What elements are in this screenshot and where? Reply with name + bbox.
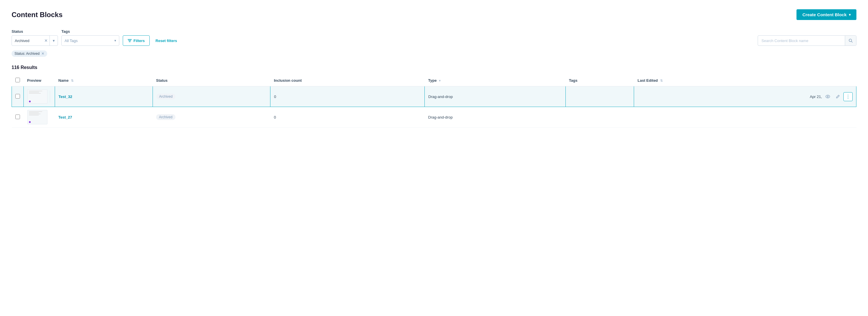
filter-icon-bottom (129, 41, 131, 42)
search-icon (848, 38, 852, 42)
status-select[interactable]: Archived ✕ ▾ (11, 35, 58, 46)
more-icon: ⋮ (846, 94, 850, 99)
tags-filter-label: Tags (61, 29, 119, 34)
type-sort-icon: ▾ (439, 79, 441, 83)
status-dropdown-arrow-icon: ▾ (53, 38, 55, 43)
row2-name-link[interactable]: Test_27 (59, 115, 72, 119)
row1-type: Drag-and-drop (428, 94, 453, 99)
row2-preview-thumbnail (27, 110, 48, 124)
pencil-icon (836, 94, 840, 98)
status-dropdown-button[interactable]: ▾ (50, 36, 58, 46)
row1-preview-button[interactable] (823, 93, 832, 100)
status-select-value: Archived (12, 38, 42, 43)
filters-button-label: Filters (133, 38, 145, 43)
col-type[interactable]: Type ▾ (425, 75, 565, 86)
content-blocks-table: Preview Name ⇅ Status Inclusion count Ty… (11, 75, 857, 127)
col-type-label: Type (428, 78, 437, 83)
last-edited-sort-icon: ⇅ (660, 79, 663, 83)
table-header: Preview Name ⇅ Status Inclusion count Ty… (12, 75, 857, 86)
col-status: Status (153, 75, 271, 86)
col-last-edited-label: Last Edited (638, 78, 658, 83)
row2-checkbox-cell (12, 107, 24, 127)
tags-filter-group: Tags All Tags ▾ (61, 29, 119, 46)
create-content-block-button[interactable]: Create Content Block ▾ (797, 9, 857, 20)
col-name[interactable]: Name ⇅ (55, 75, 153, 86)
table-header-row: Preview Name ⇅ Status Inclusion count Ty… (12, 75, 857, 86)
status-filter-label: Status (11, 29, 58, 34)
svg-line-1 (851, 41, 852, 42)
row1-last-edited-cell: Apr 21, ⋮ (634, 86, 857, 107)
col-status-label: Status (156, 78, 167, 83)
row1-inclusion-count: 0 (274, 94, 276, 99)
row2-type-cell: Drag-and-drop (425, 107, 565, 127)
row1-status-badge: Archived (156, 94, 176, 99)
row2-checkbox[interactable] (16, 115, 20, 119)
active-filter-tag-text: Status: Archived (14, 52, 40, 56)
row2-status-cell: Archived (153, 107, 271, 127)
col-inclusion-count: Inclusion count (271, 75, 425, 86)
clear-icon: ✕ (44, 38, 48, 43)
row1-more-button[interactable]: ⋮ (843, 92, 852, 101)
search-input-wrap (758, 35, 857, 46)
table-body: Test_32 Archived 0 Drag-and-drop Apr 21, (12, 86, 857, 127)
row1-edit-button[interactable] (834, 93, 842, 100)
tags-dropdown-arrow-icon: ▾ (114, 38, 116, 42)
table-row: Test_32 Archived 0 Drag-and-drop Apr 21, (12, 86, 857, 107)
row2-last-edited-cell (634, 107, 857, 127)
create-button-dropdown-arrow: ▾ (849, 13, 850, 17)
name-sort-icon: ⇅ (71, 79, 73, 83)
col-preview-label: Preview (27, 78, 41, 83)
create-button-label: Create Content Block (802, 12, 846, 17)
filter-lines-icon (128, 39, 132, 42)
row2-name-cell: Test_27 (55, 107, 153, 127)
row1-checkbox-cell (12, 86, 24, 107)
eye-icon (826, 95, 830, 98)
search-input[interactable] (758, 38, 845, 43)
col-tags: Tags (565, 75, 634, 86)
reset-filters-button[interactable]: Reset filters (153, 35, 179, 46)
results-count: 116 Results (11, 65, 857, 70)
filters-button[interactable]: Filters (123, 35, 150, 46)
col-tags-label: Tags (569, 78, 577, 83)
row1-tags-cell (565, 86, 634, 107)
row1-type-cell: Drag-and-drop (425, 86, 565, 107)
select-all-cell (12, 75, 24, 86)
row2-type: Drag-and-drop (428, 115, 453, 119)
search-container (758, 35, 857, 46)
svg-point-2 (826, 95, 830, 98)
status-filter-group: Status Archived ✕ ▾ (11, 29, 58, 46)
row1-name-link[interactable]: Test_32 (59, 94, 72, 99)
page-header: Content Blocks Create Content Block ▾ (11, 9, 857, 20)
col-preview: Preview (24, 75, 55, 86)
table-row: Test_27 Archived 0 Drag-and-drop (12, 107, 857, 127)
active-filters-row: Status: Archived ✕ (11, 51, 857, 60)
remove-status-filter-button[interactable]: ✕ (41, 52, 44, 55)
row1-name-cell: Test_32 (55, 86, 153, 107)
page-title: Content Blocks (11, 11, 63, 19)
col-name-label: Name (59, 78, 69, 83)
search-button[interactable] (845, 36, 856, 46)
active-filter-tag-status: Status: Archived ✕ (11, 51, 47, 57)
row1-last-edited-date: Apr 21, (810, 94, 822, 99)
row1-preview-cell (24, 86, 55, 107)
tags-select-value: All Tags (65, 38, 78, 43)
preview-divider (50, 91, 50, 102)
svg-point-3 (827, 96, 828, 97)
row1-inclusion-count-cell: 0 (271, 86, 425, 107)
tags-select[interactable]: All Tags ▾ (61, 35, 119, 46)
filters-row: Status Archived ✕ ▾ Tags All Tags ▾ (11, 29, 857, 46)
col-inclusion-count-label: Inclusion count (274, 78, 302, 83)
row2-inclusion-count-cell: 0 (271, 107, 425, 127)
row1-preview-thumbnail (27, 89, 48, 104)
page-container: Content Blocks Create Content Block ▾ St… (0, 0, 868, 137)
row1-actions: Apr 21, ⋮ (638, 92, 852, 101)
row2-status-badge: Archived (156, 114, 176, 120)
row2-preview-cell (24, 107, 55, 127)
status-clear-button[interactable]: ✕ (42, 36, 50, 46)
row1-status-cell: Archived (153, 86, 271, 107)
col-last-edited[interactable]: Last Edited ⇅ (634, 75, 857, 86)
row2-tags-cell (565, 107, 634, 127)
select-all-checkbox[interactable] (16, 78, 20, 82)
row1-checkbox[interactable] (16, 94, 20, 98)
row2-inclusion-count: 0 (274, 115, 276, 119)
